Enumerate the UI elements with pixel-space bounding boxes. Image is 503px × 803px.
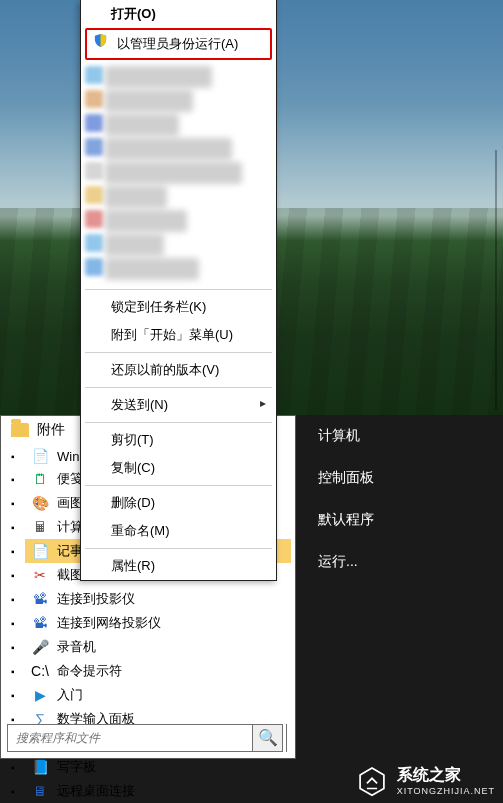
- ctx-pin-taskbar[interactable]: 锁定到任务栏(K): [81, 293, 276, 321]
- ctx-properties[interactable]: 属性(R): [81, 552, 276, 580]
- ctx-cut[interactable]: 剪切(T): [81, 426, 276, 454]
- program-label: 写字板: [57, 758, 96, 776]
- right-panel-item-2[interactable]: 默认程序: [296, 499, 503, 541]
- ctx-run-as-admin[interactable]: 以管理员身份运行(A): [87, 30, 270, 58]
- expand-marker-icon: ▪: [11, 762, 15, 773]
- watermark: 系统之家 XITONGZHIJIA.NET: [355, 763, 495, 797]
- expand-marker-icon: ▪: [11, 570, 15, 581]
- program-icon: ✂: [31, 567, 49, 583]
- program-item-9[interactable]: ▪ C:\ 命令提示符: [25, 659, 291, 683]
- expand-marker-icon: ▪: [11, 546, 15, 557]
- program-item-10[interactable]: ▪ ▶ 入门: [25, 683, 291, 707]
- program-icon: 🗒: [31, 471, 49, 487]
- right-panel-item-0[interactable]: 计算机: [296, 415, 503, 457]
- highlight-run-as-admin: 以管理员身份运行(A): [85, 28, 272, 60]
- program-label: 命令提示符: [57, 662, 122, 680]
- search-icon: 🔍: [258, 729, 278, 746]
- expand-marker-icon: ▪: [11, 642, 15, 653]
- expand-marker-icon: ▪: [11, 451, 15, 462]
- expand-marker-icon: ▪: [11, 594, 15, 605]
- program-icon: 🎤: [31, 639, 49, 655]
- expand-marker-icon: ▪: [11, 786, 15, 797]
- shield-icon: [93, 33, 108, 48]
- program-icon: 🖥: [31, 783, 49, 799]
- ctx-pin-start[interactable]: 附到「开始」菜单(U): [81, 321, 276, 349]
- program-item-7[interactable]: ▪ 📽 连接到网络投影仪: [25, 611, 291, 635]
- ctx-run-as-admin-label: 以管理员身份运行(A): [117, 36, 238, 51]
- expand-marker-icon: ▪: [11, 522, 15, 533]
- vertical-divider: [286, 724, 287, 752]
- folder-title: 附件: [37, 421, 65, 439]
- program-icon: ▶: [31, 687, 49, 703]
- program-icon: 📽: [31, 615, 49, 631]
- program-icon: 📄: [31, 543, 49, 559]
- ctx-send-to[interactable]: 发送到(N): [81, 391, 276, 419]
- program-icon: 🎨: [31, 495, 49, 511]
- ctx-delete[interactable]: 删除(D): [81, 489, 276, 517]
- expand-marker-icon: ▪: [11, 666, 15, 677]
- search-input[interactable]: [7, 724, 253, 752]
- program-item-13[interactable]: ▪ 📘 写字板: [25, 755, 291, 779]
- watermark-logo-icon: [355, 763, 389, 797]
- program-item-6[interactable]: ▪ 📽 连接到投影仪: [25, 587, 291, 611]
- search-button[interactable]: 🔍: [253, 724, 283, 752]
- expand-marker-icon: ▪: [11, 618, 15, 629]
- ctx-restore-versions[interactable]: 还原以前的版本(V): [81, 356, 276, 384]
- folder-icon: [11, 423, 29, 437]
- program-label: 入门: [57, 686, 83, 704]
- program-icon: 📽: [31, 591, 49, 607]
- program-icon: C:\: [31, 663, 49, 679]
- right-panel-item-3[interactable]: 运行...: [296, 541, 503, 583]
- expand-marker-icon: ▪: [11, 690, 15, 701]
- program-icon: 📘: [31, 759, 49, 775]
- watermark-subtitle: XITONGZHIJIA.NET: [397, 786, 495, 796]
- program-icon: 🖩: [31, 519, 49, 535]
- program-label: 连接到投影仪: [57, 590, 135, 608]
- ctx-rename[interactable]: 重命名(M): [81, 517, 276, 545]
- expand-marker-icon: ▪: [11, 474, 15, 485]
- start-menu-right-panel: 计算机控制面板默认程序运行...: [296, 415, 503, 759]
- search-bar: 🔍: [7, 724, 283, 752]
- right-panel-item-1[interactable]: 控制面板: [296, 457, 503, 499]
- watermark-title: 系统之家: [397, 765, 495, 786]
- expand-marker-icon: ▪: [11, 498, 15, 509]
- program-label: 连接到网络投影仪: [57, 614, 161, 632]
- ctx-copy[interactable]: 复制(C): [81, 454, 276, 482]
- program-item-14[interactable]: ▪ 🖥 远程桌面连接: [25, 779, 291, 803]
- program-item-8[interactable]: ▪ 🎤 录音机: [25, 635, 291, 659]
- ctx-open[interactable]: 打开(O): [81, 0, 276, 28]
- context-menu: 打开(O) 以管理员身份运行(A) 锁定到任务栏(K) 附到「开始」菜单(U) …: [80, 0, 277, 581]
- expand-marker-icon: ▪: [11, 714, 15, 725]
- program-icon: 📄: [31, 448, 49, 464]
- program-label: 远程桌面连接: [57, 782, 135, 800]
- program-label: 录音机: [57, 638, 96, 656]
